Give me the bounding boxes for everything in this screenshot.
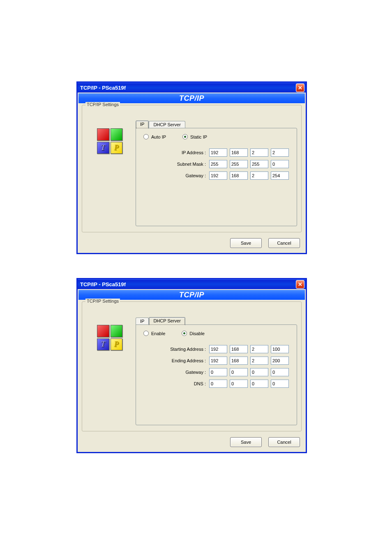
end-octet-2[interactable]: [230, 357, 248, 365]
field-label: Subnet Mask :: [152, 162, 206, 167]
dhcp-mode-radios: Enable Disable: [141, 331, 292, 336]
field-label: Ending Address :: [152, 358, 206, 363]
row-end-address: Ending Address :: [152, 357, 292, 365]
close-icon[interactable]: ✕: [296, 280, 304, 289]
dialog-footer: Save Cancel: [230, 238, 300, 248]
ip-octet-2[interactable]: [230, 148, 248, 157]
row-gateway: Gateway :: [152, 171, 292, 180]
field-label: DNS :: [152, 381, 206, 386]
gw-octet-3[interactable]: [250, 171, 268, 180]
dhcp-fields: Starting Address : Ending Address :: [141, 345, 292, 388]
tcpip-dialog-dhcp: TCP/IP - PSca519f ✕ TCP/IP TCP/IP Settin…: [76, 278, 307, 453]
tcpip-logo-icon: T P: [97, 128, 122, 154]
dns-octet-3[interactable]: [250, 380, 268, 388]
ip-octet-4[interactable]: [271, 148, 289, 157]
end-octet-4[interactable]: [271, 357, 289, 365]
row-subnet-mask: Subnet Mask :: [152, 160, 292, 168]
radio-dot-icon: [182, 134, 188, 139]
close-icon[interactable]: ✕: [296, 83, 304, 92]
field-label: Gateway :: [152, 173, 206, 178]
row-ip-address: IP Address :: [152, 148, 292, 157]
tab-ip[interactable]: IP: [136, 120, 149, 129]
logo-quad-blue: T: [97, 338, 109, 351]
tcpip-settings-group: TCP/IP Settings T P IP DHCP Server Auto …: [82, 105, 302, 232]
radio-label: Static IP: [190, 134, 207, 139]
radio-enable[interactable]: Enable: [143, 331, 165, 336]
mask-octet-1[interactable]: [209, 160, 227, 168]
group-legend: TCP/IP Settings: [85, 299, 120, 303]
ip-octet-3[interactable]: [250, 148, 268, 157]
dialog-footer: Save Cancel: [230, 437, 300, 447]
logo-quad-yellow: P: [111, 338, 123, 351]
start-octet-4[interactable]: [271, 345, 289, 353]
window-title: TCP/IP - PSca519f: [80, 85, 296, 91]
field-label: IP Address :: [152, 150, 206, 155]
tcpip-dialog-ip: TCP/IP - PSca519f ✕ TCP/IP TCP/IP Settin…: [76, 81, 307, 254]
gw-octet-2[interactable]: [230, 171, 248, 180]
field-label: Starting Address :: [152, 347, 206, 352]
titlebar: TCP/IP - PSca519f ✕: [78, 83, 306, 93]
radio-disable[interactable]: Disable: [182, 331, 205, 336]
dns-octet-4[interactable]: [271, 380, 289, 388]
cancel-button[interactable]: Cancel: [268, 238, 300, 248]
logo-quad-green: [111, 128, 123, 141]
tabstrip: IP DHCP Server: [136, 120, 185, 128]
cancel-button[interactable]: Cancel: [268, 437, 300, 447]
tcpip-settings-group: TCP/IP Settings T P IP DHCP Server Enabl…: [82, 301, 302, 431]
radio-dot-icon: [182, 331, 187, 336]
tab-dhcp-server[interactable]: DHCP Server: [149, 317, 185, 325]
gw-octet-3[interactable]: [250, 368, 268, 376]
end-octet-3[interactable]: [250, 357, 268, 365]
save-button[interactable]: Save: [230, 437, 262, 447]
row-dns: DNS :: [152, 380, 292, 388]
group-legend: TCP/IP Settings: [85, 102, 120, 107]
radio-static-ip[interactable]: Static IP: [182, 134, 207, 139]
radio-label: Disable: [189, 331, 205, 336]
tab-panel-ip: Auto IP Static IP IP Address :: [136, 128, 297, 226]
mask-octet-4[interactable]: [271, 160, 289, 168]
radio-label: Auto IP: [151, 134, 166, 139]
tab-panel-dhcp: Enable Disable Starting Address :: [136, 324, 297, 425]
start-octet-2[interactable]: [230, 345, 248, 353]
logo-quad-red: [97, 325, 109, 337]
mask-octet-3[interactable]: [250, 160, 268, 168]
ip-fields: IP Address : Subnet Mask : G: [141, 148, 292, 180]
window-title: TCP/IP - PSca519f: [80, 281, 296, 287]
end-octet-1[interactable]: [209, 357, 227, 365]
tab-ip[interactable]: IP: [136, 317, 149, 325]
titlebar: TCP/IP - PSca519f ✕: [78, 279, 306, 289]
row-start-address: Starting Address :: [152, 345, 292, 353]
ip-octet-1[interactable]: [209, 148, 227, 157]
tabstrip: IP DHCP Server: [136, 317, 185, 325]
tab-dhcp-server[interactable]: DHCP Server: [149, 121, 185, 128]
radio-dot-icon: [143, 134, 149, 139]
start-octet-1[interactable]: [209, 345, 227, 353]
tcpip-logo-icon: T P: [97, 325, 122, 350]
radio-auto-ip[interactable]: Auto IP: [143, 134, 166, 139]
logo-quad-blue: T: [97, 142, 109, 154]
gw-octet-4[interactable]: [271, 368, 289, 376]
radio-dot-icon: [143, 331, 149, 336]
dns-octet-2[interactable]: [230, 380, 248, 388]
save-button[interactable]: Save: [230, 238, 262, 248]
row-gateway: Gateway :: [152, 368, 292, 376]
ip-mode-radios: Auto IP Static IP: [141, 134, 292, 139]
dns-octet-1[interactable]: [209, 380, 227, 388]
logo-quad-red: [97, 128, 109, 141]
start-octet-3[interactable]: [250, 345, 268, 353]
gw-octet-2[interactable]: [230, 368, 248, 376]
logo-quad-yellow: P: [111, 142, 123, 154]
gw-octet-1[interactable]: [209, 171, 227, 180]
gw-octet-4[interactable]: [271, 171, 289, 180]
radio-label: Enable: [151, 331, 165, 336]
gw-octet-1[interactable]: [209, 368, 227, 376]
field-label: Gateway :: [152, 370, 206, 375]
logo-quad-green: [111, 325, 123, 337]
mask-octet-2[interactable]: [230, 160, 248, 168]
